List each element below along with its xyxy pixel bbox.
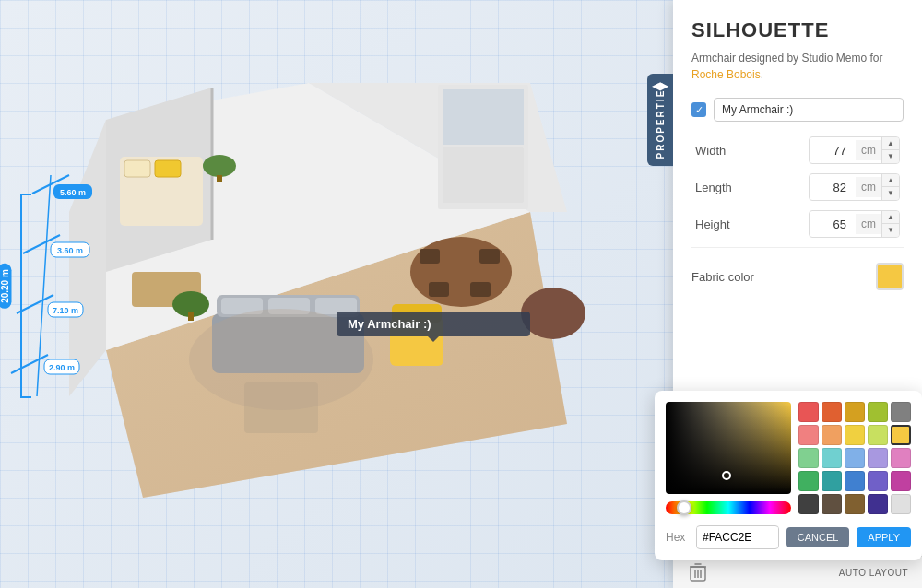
picker-cursor — [722, 471, 731, 480]
floor-plan-area: My Armchair :) 20.20 m 5.60 m 3.60 m 7.1… — [0, 0, 673, 588]
svg-rect-32 — [188, 312, 194, 321]
color-cell[interactable] — [868, 471, 888, 491]
desc-text2: . — [761, 68, 763, 81]
color-swatches-grid — [798, 402, 911, 522]
svg-line-37 — [11, 355, 48, 373]
color-cell[interactable] — [845, 471, 865, 491]
height-up[interactable]: ▲ — [882, 211, 899, 224]
width-input-box[interactable]: 77 cm ▲ ▼ — [809, 136, 900, 164]
armchair-name-input[interactable] — [714, 98, 904, 122]
svg-rect-18 — [429, 282, 449, 297]
brand-link[interactable]: Roche Bobois — [692, 68, 761, 81]
width-up[interactable]: ▲ — [882, 137, 899, 150]
properties-panel: ◀▶ PROPERTIES SILHOUETTE Armchair design… — [673, 0, 922, 588]
name-checkbox[interactable] — [692, 102, 706, 117]
measurement-ticks-svg: 5.60 m 3.60 m 7.10 m 2.90 m — [0, 166, 184, 433]
svg-text:5.60 m: 5.60 m — [60, 188, 86, 197]
gradient-area — [666, 402, 791, 522]
svg-text:3.60 m: 3.60 m — [57, 246, 83, 255]
gradient-picker[interactable] — [666, 402, 791, 494]
hex-row: Hex ▲ ▼ CANCEL APPLY — [666, 525, 911, 549]
length-input-box[interactable]: 82 cm ▲ ▼ — [809, 173, 900, 201]
color-cell[interactable] — [891, 471, 911, 491]
color-cell[interactable] — [845, 448, 865, 468]
width-down[interactable]: ▼ — [882, 150, 899, 163]
panel-description: Armchair designed by Studio Memo for Roc… — [692, 50, 904, 83]
apply-button[interactable]: APPLY — [857, 527, 911, 547]
color-cell[interactable] — [798, 471, 819, 491]
fabric-section: Fabric color — [692, 263, 904, 290]
svg-rect-9 — [443, 147, 524, 203]
height-unit: cm — [856, 214, 881, 234]
height-row: Height 65 cm ▲ ▼ — [692, 210, 904, 238]
color-cell[interactable] — [798, 402, 819, 422]
width-value: 77 — [810, 140, 856, 161]
height-input-box[interactable]: 65 cm ▲ ▼ — [809, 210, 900, 238]
color-cell[interactable] — [822, 425, 842, 445]
length-up[interactable]: ▲ — [882, 174, 899, 187]
properties-tab[interactable]: ◀▶ PROPERTIES — [647, 74, 673, 166]
svg-text:7.10 m: 7.10 m — [53, 306, 78, 315]
fabric-color-swatch[interactable] — [876, 263, 904, 290]
color-cell[interactable] — [868, 494, 888, 514]
color-cell[interactable] — [868, 402, 888, 422]
width-unit: cm — [856, 140, 881, 160]
divider1 — [692, 247, 904, 248]
color-cell[interactable] — [845, 425, 865, 445]
color-cell[interactable] — [845, 494, 865, 514]
length-spinners[interactable]: ▲ ▼ — [881, 174, 899, 200]
length-down[interactable]: ▼ — [882, 187, 899, 200]
svg-point-13 — [203, 155, 236, 177]
length-unit: cm — [856, 177, 881, 197]
armchair-tooltip: My Armchair :) — [337, 312, 530, 336]
name-row — [692, 98, 904, 122]
svg-point-15 — [410, 237, 512, 307]
color-cell[interactable] — [891, 448, 911, 468]
height-spinners[interactable]: ▲ ▼ — [881, 211, 899, 237]
color-cell-selected[interactable] — [891, 425, 911, 445]
width-spinners[interactable]: ▲ ▼ — [881, 137, 899, 163]
panel-title: SILHOUETTE — [692, 18, 904, 42]
width-label: Width — [695, 144, 751, 158]
color-cell[interactable] — [798, 494, 819, 514]
color-cell[interactable] — [798, 448, 819, 468]
cancel-button[interactable]: CANCEL — [786, 527, 850, 547]
desc-text1: Armchair designed by Studio Memo for — [692, 52, 882, 65]
color-cell[interactable] — [798, 425, 819, 445]
panel-content: SILHOUETTE Armchair designed by Studio M… — [673, 0, 922, 318]
picker-main — [666, 402, 911, 522]
color-cell[interactable] — [822, 448, 842, 468]
svg-point-30 — [521, 288, 585, 339]
bottom-toolbar: AUTO LAYOUT — [673, 556, 922, 588]
hex-input[interactable] — [697, 527, 779, 547]
fabric-label-row: Fabric color — [692, 263, 904, 290]
svg-rect-14 — [217, 175, 222, 182]
hue-strip[interactable] — [666, 501, 791, 514]
height-label: Height — [695, 218, 751, 231]
trash-icon — [690, 563, 706, 582]
auto-layout-button[interactable]: AUTO LAYOUT — [839, 568, 908, 578]
color-cell[interactable] — [891, 494, 911, 514]
fabric-label-text: Fabric color — [692, 270, 754, 284]
hex-input-wrap[interactable]: ▲ ▼ — [696, 525, 779, 549]
color-cell[interactable] — [845, 402, 865, 422]
color-picker-popup: Hex ▲ ▼ CANCEL APPLY — [655, 391, 922, 560]
length-value: 82 — [810, 177, 856, 198]
svg-rect-17 — [479, 249, 500, 264]
delete-button[interactable] — [687, 561, 709, 583]
tab-label: PROPERTIES — [656, 81, 666, 159]
height-value: 65 — [810, 214, 856, 235]
width-row: Width 77 cm ▲ ▼ — [692, 136, 904, 164]
height-down[interactable]: ▼ — [882, 224, 899, 237]
color-cell[interactable] — [822, 471, 842, 491]
length-label: Length — [695, 181, 751, 194]
svg-text:2.90 m: 2.90 m — [49, 363, 75, 372]
svg-rect-19 — [470, 282, 491, 297]
color-cell[interactable] — [868, 425, 888, 445]
color-cell[interactable] — [822, 402, 842, 422]
hex-label: Hex — [666, 531, 689, 544]
color-cell[interactable] — [868, 448, 888, 468]
color-cell[interactable] — [822, 494, 842, 514]
color-cell[interactable] — [891, 402, 911, 422]
svg-rect-16 — [420, 249, 440, 264]
